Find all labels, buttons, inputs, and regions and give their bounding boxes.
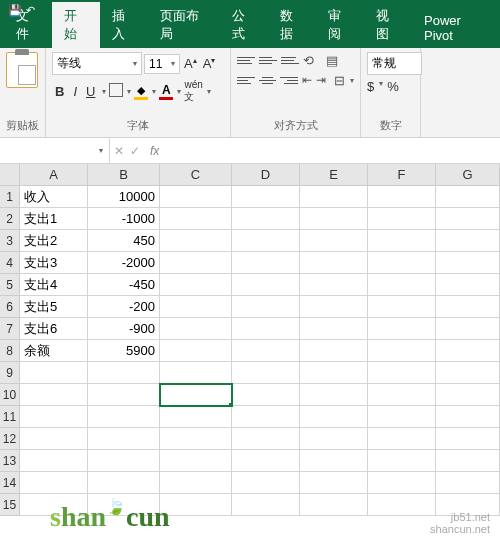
- currency-button[interactable]: $: [367, 79, 374, 94]
- name-box[interactable]: ▾: [0, 138, 110, 163]
- col-header-F[interactable]: F: [368, 164, 436, 186]
- cell-C15[interactable]: [160, 494, 232, 516]
- cell-C12[interactable]: [160, 428, 232, 450]
- cell-B14[interactable]: [88, 472, 160, 494]
- font-size-select[interactable]: 11 ▾: [144, 54, 180, 74]
- cancel-icon[interactable]: ✕: [114, 144, 124, 158]
- font-name-select[interactable]: 等线 ▾: [52, 52, 142, 75]
- cell-B11[interactable]: [88, 406, 160, 428]
- cell-E6[interactable]: [300, 296, 368, 318]
- cell-E2[interactable]: [300, 208, 368, 230]
- cell-E15[interactable]: [300, 494, 368, 516]
- select-all-corner[interactable]: [0, 164, 20, 186]
- cell-C2[interactable]: [160, 208, 232, 230]
- tab-页面布局[interactable]: 页面布局: [148, 2, 220, 48]
- orientation-button[interactable]: ⟲: [303, 53, 314, 68]
- border-button[interactable]: [109, 83, 123, 101]
- cell-C13[interactable]: [160, 450, 232, 472]
- cell-F4[interactable]: [368, 252, 436, 274]
- cell-E9[interactable]: [300, 362, 368, 384]
- cell-A3[interactable]: 支出2: [20, 230, 88, 252]
- cell-A6[interactable]: 支出5: [20, 296, 88, 318]
- col-header-E[interactable]: E: [300, 164, 368, 186]
- cell-D5[interactable]: [232, 274, 300, 296]
- cell-D9[interactable]: [232, 362, 300, 384]
- font-color-button[interactable]: A: [159, 83, 173, 100]
- cell-B3[interactable]: 450: [88, 230, 160, 252]
- percent-button[interactable]: %: [387, 79, 399, 94]
- tab-公式[interactable]: 公式: [220, 2, 268, 48]
- chevron-down-icon[interactable]: ▾: [379, 79, 383, 94]
- row-header-3[interactable]: 3: [0, 230, 20, 252]
- row-header-10[interactable]: 10: [0, 384, 20, 406]
- cell-A12[interactable]: [20, 428, 88, 450]
- cell-D4[interactable]: [232, 252, 300, 274]
- cell-D11[interactable]: [232, 406, 300, 428]
- cell-F13[interactable]: [368, 450, 436, 472]
- cell-A11[interactable]: [20, 406, 88, 428]
- cell-A14[interactable]: [20, 472, 88, 494]
- cell-B12[interactable]: [88, 428, 160, 450]
- cell-G11[interactable]: [436, 406, 500, 428]
- cell-D6[interactable]: [232, 296, 300, 318]
- cell-E5[interactable]: [300, 274, 368, 296]
- chevron-down-icon[interactable]: ▾: [350, 76, 354, 85]
- cell-A1[interactable]: 收入: [20, 186, 88, 208]
- cell-A4[interactable]: 支出3: [20, 252, 88, 274]
- cell-G6[interactable]: [436, 296, 500, 318]
- cell-F12[interactable]: [368, 428, 436, 450]
- cell-G8[interactable]: [436, 340, 500, 362]
- increase-font-icon[interactable]: A▴: [182, 56, 199, 71]
- cell-B5[interactable]: -450: [88, 274, 160, 296]
- align-right-button[interactable]: [280, 72, 298, 88]
- cell-C4[interactable]: [160, 252, 232, 274]
- cell-G14[interactable]: [436, 472, 500, 494]
- cell-A10[interactable]: [20, 384, 88, 406]
- cell-E13[interactable]: [300, 450, 368, 472]
- cell-B9[interactable]: [88, 362, 160, 384]
- cell-B13[interactable]: [88, 450, 160, 472]
- cell-D2[interactable]: [232, 208, 300, 230]
- cell-D8[interactable]: [232, 340, 300, 362]
- cell-E4[interactable]: [300, 252, 368, 274]
- cell-E14[interactable]: [300, 472, 368, 494]
- cell-D10[interactable]: [232, 384, 300, 406]
- cell-D7[interactable]: [232, 318, 300, 340]
- cell-G9[interactable]: [436, 362, 500, 384]
- cell-D1[interactable]: [232, 186, 300, 208]
- cell-D12[interactable]: [232, 428, 300, 450]
- increase-indent-button[interactable]: ⇥: [316, 73, 326, 87]
- col-header-C[interactable]: C: [160, 164, 232, 186]
- cell-F1[interactable]: [368, 186, 436, 208]
- cell-F9[interactable]: [368, 362, 436, 384]
- col-header-G[interactable]: G: [436, 164, 500, 186]
- cell-A7[interactable]: 支出6: [20, 318, 88, 340]
- decrease-indent-button[interactable]: ⇤: [302, 73, 312, 87]
- row-header-13[interactable]: 13: [0, 450, 20, 472]
- cell-F5[interactable]: [368, 274, 436, 296]
- cell-A8[interactable]: 余额: [20, 340, 88, 362]
- chevron-down-icon[interactable]: ▾: [152, 87, 156, 96]
- fill-color-button[interactable]: ◆: [134, 84, 148, 100]
- cell-E1[interactable]: [300, 186, 368, 208]
- align-bottom-button[interactable]: [281, 52, 299, 68]
- underline-button[interactable]: U: [83, 83, 98, 100]
- cell-G12[interactable]: [436, 428, 500, 450]
- italic-button[interactable]: I: [70, 83, 80, 100]
- cell-F2[interactable]: [368, 208, 436, 230]
- chevron-down-icon[interactable]: ▾: [127, 87, 131, 96]
- cell-B2[interactable]: -1000: [88, 208, 160, 230]
- merge-button[interactable]: ⊟: [334, 73, 345, 88]
- tab-开始[interactable]: 开始: [52, 2, 100, 48]
- cell-B8[interactable]: 5900: [88, 340, 160, 362]
- cell-G2[interactable]: [436, 208, 500, 230]
- fx-icon[interactable]: fx: [150, 144, 159, 158]
- cell-E8[interactable]: [300, 340, 368, 362]
- cell-F15[interactable]: [368, 494, 436, 516]
- cell-C10[interactable]: [160, 384, 232, 406]
- row-header-8[interactable]: 8: [0, 340, 20, 362]
- cell-F11[interactable]: [368, 406, 436, 428]
- chevron-down-icon[interactable]: ▾: [177, 87, 181, 96]
- chevron-down-icon[interactable]: ▾: [207, 87, 211, 96]
- col-header-A[interactable]: A: [20, 164, 88, 186]
